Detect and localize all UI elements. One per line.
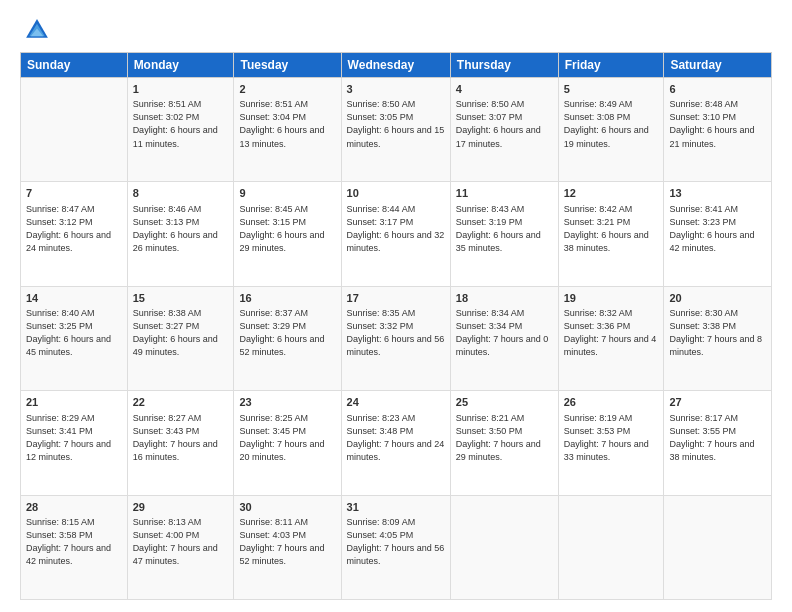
calendar-week-3: 14Sunrise: 8:40 AMSunset: 3:25 PMDayligh…: [21, 286, 772, 390]
calendar-cell: 27Sunrise: 8:17 AMSunset: 3:55 PMDayligh…: [664, 391, 772, 495]
calendar-cell: 29Sunrise: 8:13 AMSunset: 4:00 PMDayligh…: [127, 495, 234, 599]
day-info: Sunrise: 8:38 AMSunset: 3:27 PMDaylight:…: [133, 307, 229, 359]
day-number: 26: [564, 395, 659, 410]
calendar-cell: 6Sunrise: 8:48 AMSunset: 3:10 PMDaylight…: [664, 78, 772, 182]
day-number: 13: [669, 186, 766, 201]
calendar-cell: 3Sunrise: 8:50 AMSunset: 3:05 PMDaylight…: [341, 78, 450, 182]
day-number: 10: [347, 186, 445, 201]
calendar-header-monday: Monday: [127, 53, 234, 78]
day-info: Sunrise: 8:11 AMSunset: 4:03 PMDaylight:…: [239, 516, 335, 568]
calendar-cell: 8Sunrise: 8:46 AMSunset: 3:13 PMDaylight…: [127, 182, 234, 286]
calendar-cell: 21Sunrise: 8:29 AMSunset: 3:41 PMDayligh…: [21, 391, 128, 495]
day-info: Sunrise: 8:40 AMSunset: 3:25 PMDaylight:…: [26, 307, 122, 359]
calendar-body: 1Sunrise: 8:51 AMSunset: 3:02 PMDaylight…: [21, 78, 772, 600]
calendar-cell: 20Sunrise: 8:30 AMSunset: 3:38 PMDayligh…: [664, 286, 772, 390]
day-info: Sunrise: 8:15 AMSunset: 3:58 PMDaylight:…: [26, 516, 122, 568]
day-number: 17: [347, 291, 445, 306]
day-info: Sunrise: 8:47 AMSunset: 3:12 PMDaylight:…: [26, 203, 122, 255]
calendar-cell: 28Sunrise: 8:15 AMSunset: 3:58 PMDayligh…: [21, 495, 128, 599]
day-number: 3: [347, 82, 445, 97]
day-number: 14: [26, 291, 122, 306]
day-number: 20: [669, 291, 766, 306]
calendar-header-sunday: Sunday: [21, 53, 128, 78]
calendar-cell: 25Sunrise: 8:21 AMSunset: 3:50 PMDayligh…: [450, 391, 558, 495]
day-info: Sunrise: 8:35 AMSunset: 3:32 PMDaylight:…: [347, 307, 445, 359]
calendar-cell: [21, 78, 128, 182]
day-number: 7: [26, 186, 122, 201]
calendar-week-2: 7Sunrise: 8:47 AMSunset: 3:12 PMDaylight…: [21, 182, 772, 286]
day-number: 15: [133, 291, 229, 306]
day-number: 22: [133, 395, 229, 410]
day-info: Sunrise: 8:13 AMSunset: 4:00 PMDaylight:…: [133, 516, 229, 568]
day-info: Sunrise: 8:41 AMSunset: 3:23 PMDaylight:…: [669, 203, 766, 255]
calendar-week-4: 21Sunrise: 8:29 AMSunset: 3:41 PMDayligh…: [21, 391, 772, 495]
day-number: 21: [26, 395, 122, 410]
day-number: 11: [456, 186, 553, 201]
calendar-header-thursday: Thursday: [450, 53, 558, 78]
calendar-cell: 9Sunrise: 8:45 AMSunset: 3:15 PMDaylight…: [234, 182, 341, 286]
calendar-header-wednesday: Wednesday: [341, 53, 450, 78]
logo-icon: [23, 16, 51, 44]
day-number: 1: [133, 82, 229, 97]
calendar-cell: 4Sunrise: 8:50 AMSunset: 3:07 PMDaylight…: [450, 78, 558, 182]
day-number: 18: [456, 291, 553, 306]
calendar-cell: 17Sunrise: 8:35 AMSunset: 3:32 PMDayligh…: [341, 286, 450, 390]
calendar-cell: 23Sunrise: 8:25 AMSunset: 3:45 PMDayligh…: [234, 391, 341, 495]
day-number: 31: [347, 500, 445, 515]
day-info: Sunrise: 8:25 AMSunset: 3:45 PMDaylight:…: [239, 412, 335, 464]
day-number: 4: [456, 82, 553, 97]
day-info: Sunrise: 8:44 AMSunset: 3:17 PMDaylight:…: [347, 203, 445, 255]
calendar-cell: 31Sunrise: 8:09 AMSunset: 4:05 PMDayligh…: [341, 495, 450, 599]
calendar-cell: 19Sunrise: 8:32 AMSunset: 3:36 PMDayligh…: [558, 286, 664, 390]
calendar-cell: 12Sunrise: 8:42 AMSunset: 3:21 PMDayligh…: [558, 182, 664, 286]
calendar-cell: 22Sunrise: 8:27 AMSunset: 3:43 PMDayligh…: [127, 391, 234, 495]
calendar-header-saturday: Saturday: [664, 53, 772, 78]
day-number: 9: [239, 186, 335, 201]
day-number: 25: [456, 395, 553, 410]
day-number: 5: [564, 82, 659, 97]
calendar-cell: [558, 495, 664, 599]
calendar-cell: 26Sunrise: 8:19 AMSunset: 3:53 PMDayligh…: [558, 391, 664, 495]
day-info: Sunrise: 8:21 AMSunset: 3:50 PMDaylight:…: [456, 412, 553, 464]
day-number: 23: [239, 395, 335, 410]
day-info: Sunrise: 8:42 AMSunset: 3:21 PMDaylight:…: [564, 203, 659, 255]
calendar-cell: 11Sunrise: 8:43 AMSunset: 3:19 PMDayligh…: [450, 182, 558, 286]
calendar-cell: 7Sunrise: 8:47 AMSunset: 3:12 PMDaylight…: [21, 182, 128, 286]
day-number: 28: [26, 500, 122, 515]
calendar-cell: 13Sunrise: 8:41 AMSunset: 3:23 PMDayligh…: [664, 182, 772, 286]
calendar-cell: 18Sunrise: 8:34 AMSunset: 3:34 PMDayligh…: [450, 286, 558, 390]
day-number: 16: [239, 291, 335, 306]
calendar-cell: 5Sunrise: 8:49 AMSunset: 3:08 PMDaylight…: [558, 78, 664, 182]
day-number: 8: [133, 186, 229, 201]
calendar-header-row: SundayMondayTuesdayWednesdayThursdayFrid…: [21, 53, 772, 78]
logo: [20, 16, 53, 44]
day-info: Sunrise: 8:23 AMSunset: 3:48 PMDaylight:…: [347, 412, 445, 464]
day-info: Sunrise: 8:34 AMSunset: 3:34 PMDaylight:…: [456, 307, 553, 359]
day-info: Sunrise: 8:37 AMSunset: 3:29 PMDaylight:…: [239, 307, 335, 359]
day-info: Sunrise: 8:43 AMSunset: 3:19 PMDaylight:…: [456, 203, 553, 255]
day-info: Sunrise: 8:29 AMSunset: 3:41 PMDaylight:…: [26, 412, 122, 464]
day-info: Sunrise: 8:17 AMSunset: 3:55 PMDaylight:…: [669, 412, 766, 464]
day-number: 2: [239, 82, 335, 97]
day-number: 12: [564, 186, 659, 201]
calendar-cell: 16Sunrise: 8:37 AMSunset: 3:29 PMDayligh…: [234, 286, 341, 390]
day-number: 30: [239, 500, 335, 515]
day-info: Sunrise: 8:48 AMSunset: 3:10 PMDaylight:…: [669, 98, 766, 150]
calendar-header-tuesday: Tuesday: [234, 53, 341, 78]
calendar-cell: 15Sunrise: 8:38 AMSunset: 3:27 PMDayligh…: [127, 286, 234, 390]
calendar-cell: [664, 495, 772, 599]
calendar-week-1: 1Sunrise: 8:51 AMSunset: 3:02 PMDaylight…: [21, 78, 772, 182]
day-info: Sunrise: 8:19 AMSunset: 3:53 PMDaylight:…: [564, 412, 659, 464]
calendar-cell: 30Sunrise: 8:11 AMSunset: 4:03 PMDayligh…: [234, 495, 341, 599]
day-info: Sunrise: 8:46 AMSunset: 3:13 PMDaylight:…: [133, 203, 229, 255]
day-number: 6: [669, 82, 766, 97]
day-number: 24: [347, 395, 445, 410]
day-number: 19: [564, 291, 659, 306]
page: SundayMondayTuesdayWednesdayThursdayFrid…: [0, 0, 792, 612]
day-info: Sunrise: 8:45 AMSunset: 3:15 PMDaylight:…: [239, 203, 335, 255]
calendar-table: SundayMondayTuesdayWednesdayThursdayFrid…: [20, 52, 772, 600]
calendar-cell: 2Sunrise: 8:51 AMSunset: 3:04 PMDaylight…: [234, 78, 341, 182]
calendar-cell: 24Sunrise: 8:23 AMSunset: 3:48 PMDayligh…: [341, 391, 450, 495]
calendar-cell: 1Sunrise: 8:51 AMSunset: 3:02 PMDaylight…: [127, 78, 234, 182]
day-info: Sunrise: 8:50 AMSunset: 3:07 PMDaylight:…: [456, 98, 553, 150]
